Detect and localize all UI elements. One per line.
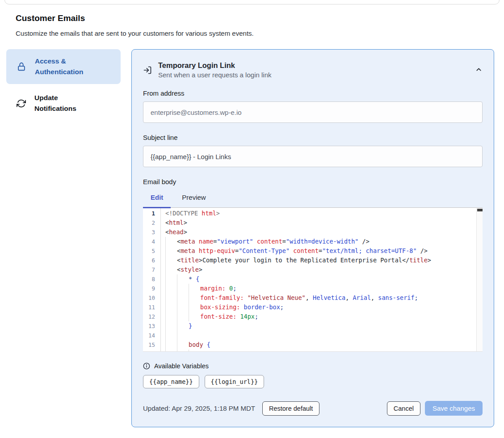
panel-footer: Updated: Apr 29, 2025, 1:18 PM MDT Resto…	[143, 401, 483, 416]
variable-chip[interactable]: {{login_url}}	[205, 375, 265, 388]
code-line[interactable]: * {	[165, 274, 475, 284]
sidebar-item-update-notifications[interactable]: Update Notifications	[6, 92, 121, 114]
code-line[interactable]: <!DOCTYPE html>	[165, 209, 475, 218]
code-line[interactable]: box-sizing: border-box;	[165, 303, 475, 312]
panel-header: Temporary Login Link Sent when a user re…	[143, 61, 483, 79]
code-token: font-family:	[200, 294, 244, 301]
code-line[interactable]: <meta http-equiv="Content-Type" content=…	[165, 246, 475, 256]
indent-guide	[165, 246, 177, 256]
code-token: Arial	[353, 294, 371, 301]
editor-scrollbar[interactable]	[476, 208, 483, 351]
code-token	[195, 247, 199, 254]
code-token: {	[207, 341, 210, 348]
code-token: >	[184, 228, 187, 236]
code-token: style	[181, 266, 199, 273]
line-number: 11	[143, 303, 160, 312]
indent-guide	[165, 340, 177, 350]
line-number: 6	[143, 256, 160, 265]
indent-guide	[177, 350, 189, 351]
info-icon	[143, 362, 150, 370]
page-description: Customize the emails that are sent to yo…	[16, 29, 254, 37]
code-lines[interactable]: <!DOCTYPE html><html><head><meta name="v…	[161, 208, 483, 351]
sidebar-item-access-authentication[interactable]: Access & Authentication	[6, 49, 121, 84]
line-number: 9	[143, 284, 160, 293]
code-token: "viewport"	[217, 238, 253, 245]
subject-line-label: Subject line	[143, 134, 483, 141]
code-token: >	[216, 210, 220, 217]
indent-guide	[165, 350, 177, 351]
code-token: sans-serif	[378, 294, 414, 301]
code-line[interactable]: <title>Complete your login to the Replic…	[165, 256, 475, 265]
code-token: margin:	[200, 285, 226, 292]
from-address-label: From address	[143, 89, 483, 97]
code-line[interactable]: <head>	[165, 227, 475, 237]
indent-guide	[177, 293, 189, 303]
indent-guide	[177, 312, 189, 321]
code-token: =	[282, 238, 286, 245]
indent-guide	[165, 321, 177, 331]
code-token: "Content-Type"	[239, 247, 290, 254]
code-token: "Helvetica Neue"	[248, 294, 306, 301]
indent-guide	[165, 303, 177, 312]
previous-card-bottom-edge	[4, 0, 500, 4]
code-token: ;	[415, 294, 418, 301]
code-line[interactable]: }	[165, 321, 475, 331]
collapse-panel-button[interactable]	[475, 66, 483, 73]
save-changes-button[interactable]: Save changes	[425, 401, 483, 416]
code-token: box-sizing:	[200, 303, 240, 311]
code-token: <	[177, 266, 181, 273]
subject-line-input[interactable]	[143, 146, 483, 167]
code-token	[290, 247, 293, 254]
editor-scrollbar-thumb[interactable]	[477, 209, 483, 211]
sidebar-item-label: Update Notifications	[34, 93, 101, 114]
code-token: Complete your login to the Replicated En…	[202, 257, 402, 264]
code-line[interactable]: <style>	[165, 265, 475, 274]
line-numbers: 12345678910111213141516	[143, 208, 161, 351]
variable-chips: {{app_name}}{{login_url}}	[143, 375, 483, 388]
code-line[interactable]: body {	[165, 340, 475, 350]
code-line[interactable]: <meta name="viewport" content="width=dev…	[165, 237, 475, 246]
code-token: border-box	[244, 303, 280, 311]
code-line[interactable]: font-size: 14px;	[165, 312, 475, 321]
available-variables-row: Available Variables	[143, 362, 483, 370]
tab-preview[interactable]: Preview	[174, 188, 213, 207]
code-token: {	[196, 275, 199, 282]
indent-guide	[165, 237, 177, 246]
code-line[interactable]: font-family: "Helvetica Neue", Helvetica…	[165, 293, 475, 303]
code-token: ;	[280, 303, 284, 311]
code-token: title	[181, 257, 199, 264]
code-line[interactable]	[165, 331, 475, 340]
code-token: <	[177, 247, 181, 254]
indent-guide	[189, 303, 200, 312]
code-token: <	[165, 219, 169, 226]
code-line[interactable]: background-color: #f6f6f6;	[165, 350, 475, 351]
code-token: ,	[306, 294, 313, 301]
code-token: background-color:	[200, 350, 262, 351]
indent-guide	[177, 340, 189, 350]
tab-edit[interactable]: Edit	[143, 188, 171, 207]
from-address-input[interactable]	[143, 101, 483, 123]
code-line[interactable]: margin: 0;	[165, 284, 475, 293]
variable-chip[interactable]: {{app_name}}	[143, 375, 199, 388]
login-icon	[143, 66, 152, 75]
refresh-icon	[17, 99, 26, 108]
code-token: =	[235, 247, 239, 254]
code-token: ;	[233, 285, 236, 292]
indent-guide	[177, 303, 189, 312]
code-line[interactable]: <html>	[165, 218, 475, 227]
code-token	[244, 294, 248, 301]
line-number: 13	[143, 321, 160, 331]
code-token: >	[199, 266, 202, 273]
code-token: />	[417, 247, 428, 254]
code-token: >	[199, 257, 202, 264]
line-number: 15	[143, 340, 160, 350]
email-body-label: Email body	[143, 178, 483, 185]
restore-default-button[interactable]: Restore default	[262, 401, 319, 416]
cancel-button[interactable]: Cancel	[387, 401, 420, 416]
code-editor[interactable]: 12345678910111213141516 <!DOCTYPE html><…	[143, 207, 483, 352]
code-token: meta	[181, 247, 195, 254]
code-token: "text/html; charset=UTF-8"	[322, 247, 416, 254]
updated-timestamp: Updated: Apr 29, 2025, 1:18 PM MDT	[143, 404, 255, 412]
code-token: }	[189, 322, 192, 329]
line-number: 2	[143, 218, 160, 227]
